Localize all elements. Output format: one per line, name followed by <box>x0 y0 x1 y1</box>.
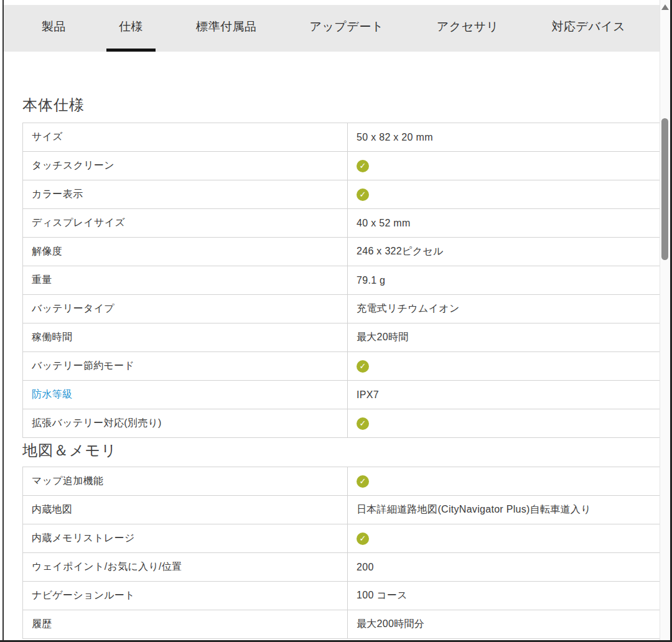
spec-label: バッテリー節約モード <box>32 360 134 371</box>
spec-label-cell: ディスプレイサイズ <box>23 209 348 238</box>
spec-value-cell: 246 x 322ピクセル <box>348 238 670 266</box>
spec-label: 重量 <box>32 274 52 285</box>
check-icon: ✓ <box>357 417 369 430</box>
tab-4[interactable]: アクセサリ <box>424 5 511 52</box>
section-heading: 地図＆メモリ <box>22 442 660 458</box>
spec-value-cell: 40 x 52 mm <box>348 209 670 238</box>
spec-label: カラー表示 <box>32 188 83 199</box>
spec-value-cell: ✓ <box>348 409 670 438</box>
tab-2[interactable]: 標準付属品 <box>184 5 269 52</box>
table-row: 拡張バッテリー対応(別売り)✓ <box>23 409 670 438</box>
spec-value: 充電式リチウムイオン <box>357 303 460 314</box>
spec-label-cell: 拡張バッテリー対応(別売り) <box>23 409 348 438</box>
spec-label: 内蔵地図 <box>32 504 72 514</box>
table-row: 解像度246 x 322ピクセル <box>23 238 670 266</box>
spec-value: 50 x 82 x 20 mm <box>357 132 433 142</box>
check-icon: ✓ <box>357 160 369 172</box>
check-icon: ✓ <box>357 475 369 488</box>
spec-label-cell: 内蔵メモリストレージ <box>23 524 348 553</box>
spec-value-cell: ✓ <box>348 152 670 180</box>
spec-value-cell: 100 コース <box>348 582 670 610</box>
table-row: 稼働時間最大20時間 <box>23 323 670 352</box>
spec-label-cell: カラー表示 <box>23 180 348 209</box>
scrollbar-thumb[interactable] <box>661 118 668 260</box>
scroll-up-arrow-icon[interactable] <box>661 4 669 10</box>
tab-0[interactable]: 製品 <box>29 5 78 52</box>
spec-value-cell: 79.1 g <box>348 266 670 295</box>
spec-label-cell: バッテリータイプ <box>23 295 348 323</box>
spec-label: 履歴 <box>32 618 52 629</box>
spec-label-cell: 防水等級 <box>23 381 348 409</box>
table-row: 防水等級IPX7 <box>23 381 670 409</box>
spec-label-cell: ウェイポイント/お気に入り/位置 <box>23 553 348 582</box>
spec-label-link[interactable]: 防水等級 <box>32 389 72 399</box>
spec-label: 稼働時間 <box>32 332 72 342</box>
table-row: ウェイポイント/お気に入り/位置200 <box>23 553 670 582</box>
spec-table: マップ追加機能✓内蔵地図日本詳細道路地図(CityNavigator Plus)… <box>22 467 670 639</box>
spec-label-cell: ナビゲーションルート <box>23 582 348 610</box>
check-icon: ✓ <box>357 533 369 545</box>
spec-label-cell: 稼働時間 <box>23 323 348 352</box>
table-row: 内蔵メモリストレージ✓ <box>23 524 670 553</box>
check-icon: ✓ <box>357 188 369 201</box>
spec-value: 79.1 g <box>357 275 385 286</box>
spec-value: 40 x 52 mm <box>357 218 411 228</box>
section-heading: 本体仕様 <box>22 96 660 113</box>
table-row: ナビゲーションルート100 コース <box>23 582 670 610</box>
spec-value-cell: 日本詳細道路地図(CityNavigator Plus)自転車道入り <box>348 496 670 524</box>
tab-specs[interactable]: 仕様 <box>106 5 156 52</box>
spec-value-cell: 50 x 82 x 20 mm <box>348 123 670 152</box>
spec-label: タッチスクリーン <box>32 160 114 170</box>
spec-value-cell: ✓ <box>348 524 670 553</box>
spec-label: サイズ <box>32 131 63 142</box>
table-row: ディスプレイサイズ40 x 52 mm <box>23 209 670 238</box>
spec-label-cell: 履歴 <box>23 610 348 639</box>
spec-value: 200 <box>357 562 374 572</box>
specifications-content: 本体仕様サイズ50 x 82 x 20 mmタッチスクリーン✓カラー表示✓ディス… <box>4 52 660 639</box>
spec-value: 100 コース <box>357 590 408 600</box>
spec-label: ディスプレイサイズ <box>32 217 125 228</box>
table-row: バッテリータイプ充電式リチウムイオン <box>23 295 670 323</box>
table-row: 内蔵地図日本詳細道路地図(CityNavigator Plus)自転車道入り <box>23 496 670 524</box>
spec-label-cell: 解像度 <box>23 238 348 266</box>
spec-label-cell: サイズ <box>23 123 348 152</box>
spec-label-cell: バッテリー節約モード <box>23 352 348 381</box>
spec-value-cell: 200 <box>348 553 670 582</box>
tab-5[interactable]: 対応デバイス <box>539 5 638 52</box>
spec-label: 内蔵メモリストレージ <box>32 533 135 543</box>
spec-table: サイズ50 x 82 x 20 mmタッチスクリーン✓カラー表示✓ディスプレイサ… <box>22 123 670 438</box>
table-row: 重量79.1 g <box>23 266 670 295</box>
spec-value: 日本詳細道路地図(CityNavigator Plus)自転車道入り <box>357 504 591 514</box>
spec-label: ウェイポイント/お気に入り/位置 <box>32 561 182 572</box>
spec-value: 246 x 322ピクセル <box>357 246 444 256</box>
vertical-scrollbar[interactable] <box>660 0 670 640</box>
spec-value: 最大200時間分 <box>357 618 424 629</box>
spec-value: 最大20時間 <box>357 332 409 342</box>
spec-label-cell: 内蔵地図 <box>23 496 348 524</box>
spec-value-cell: 最大20時間 <box>348 323 670 352</box>
table-row: タッチスクリーン✓ <box>23 152 670 180</box>
table-row: サイズ50 x 82 x 20 mm <box>23 123 670 152</box>
spec-label-cell: タッチスクリーン <box>23 152 348 180</box>
spec-label-cell: 重量 <box>23 266 348 295</box>
check-icon: ✓ <box>357 360 369 373</box>
table-row: 履歴最大200時間分 <box>23 610 670 639</box>
spec-value-cell: ✓ <box>348 180 670 209</box>
table-row: マップ追加機能✓ <box>23 467 670 496</box>
spec-label: ナビゲーションルート <box>32 590 135 600</box>
spec-label: バッテリータイプ <box>32 303 114 314</box>
spec-value-cell: ✓ <box>348 352 670 381</box>
tab-3[interactable]: アップデート <box>297 5 396 52</box>
spec-value-cell: 最大200時間分 <box>348 610 670 639</box>
table-row: カラー表示✓ <box>23 180 670 209</box>
spec-value-cell: IPX7 <box>348 381 670 409</box>
spec-value: IPX7 <box>357 389 379 400</box>
product-tab-bar: 製品仕様標準付属品アップデートアクセサリ対応デバイス <box>4 5 661 52</box>
window-border-left <box>2 0 4 642</box>
spec-label-cell: マップ追加機能 <box>23 467 348 496</box>
table-row: バッテリー節約モード✓ <box>23 352 670 381</box>
spec-value-cell: ✓ <box>348 467 670 496</box>
spec-label: マップ追加機能 <box>32 475 103 486</box>
spec-label: 拡張バッテリー対応(別売り) <box>32 417 162 428</box>
spec-value-cell: 充電式リチウムイオン <box>348 295 670 323</box>
